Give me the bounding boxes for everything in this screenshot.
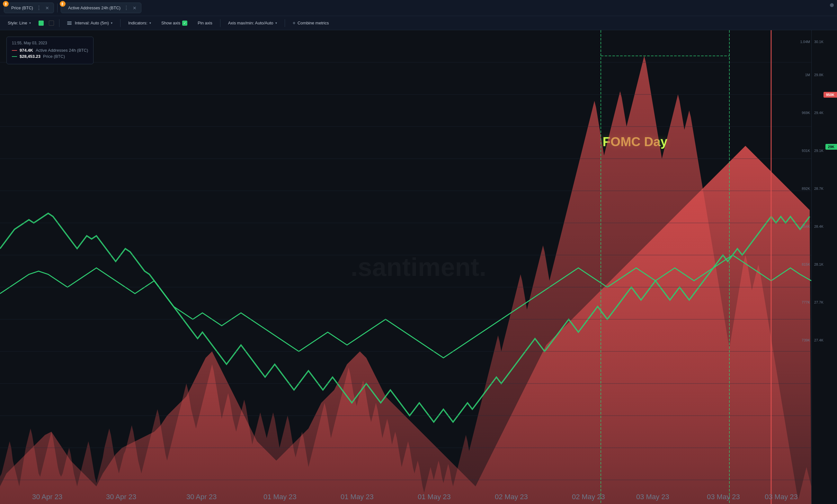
- tooltip-metric-2: Price (BTC): [43, 54, 65, 59]
- tooltip-val-1: 974.4K: [20, 48, 33, 53]
- pin-axis-label: Pin axis: [198, 21, 212, 25]
- svg-text:01 May 23: 01 May 23: [418, 493, 451, 501]
- y-label-28-7k: 28.7K: [812, 187, 823, 191]
- pin-axis-item[interactable]: Pin axis: [195, 19, 215, 27]
- y-label-29-8k: 29.8K: [812, 73, 823, 77]
- combine-metrics-label: Combine metrics: [298, 21, 329, 25]
- y-label-30k: 30.1K: [812, 40, 823, 44]
- interval-icon-bar3: [67, 24, 72, 25]
- interval-icon-bar1: [67, 21, 72, 22]
- svg-text:01 May 23: 01 May 23: [264, 493, 297, 501]
- tooltip-metric-1: Active Addresses 24h (BTC): [36, 48, 88, 53]
- style-chevron: ▾: [29, 21, 31, 25]
- tooltip: 11:55, May 03, 2023 974.4K Active Addres…: [6, 37, 93, 64]
- tooltip-date: 11:55, May 03, 2023: [12, 41, 88, 45]
- y-label-27-7k: 27.7K: [812, 300, 823, 304]
- tab-active-addresses-menu[interactable]: ⋮: [123, 5, 129, 11]
- y-label-29-1k: 29.1K: [812, 149, 823, 152]
- style-label: Style: Line: [8, 21, 27, 25]
- separator-4: [285, 19, 285, 27]
- price-marker-green: 29K: [825, 144, 837, 150]
- svg-text:30 Apr 23: 30 Apr 23: [32, 493, 62, 501]
- tooltip-row-1: 974.4K Active Addresses 24h (BTC): [12, 48, 88, 53]
- interval-selector[interactable]: Interval: Auto (5m) ▾: [65, 19, 115, 27]
- y-label-28-1k: 28.1K: [812, 263, 823, 266]
- tab-price-btc-menu[interactable]: ⋮: [36, 5, 42, 11]
- tab-active-addresses-label: Active Addresses 24h (BTC): [68, 5, 121, 10]
- combine-metrics-button[interactable]: + Combine metrics: [290, 19, 332, 27]
- y-label-29-4k: 29.4K: [812, 111, 823, 115]
- svg-text:03 May 23: 03 May 23: [765, 493, 798, 501]
- tooltip-row-2: $28,453.23 Price (BTC): [12, 54, 88, 59]
- indicators-chevron: ▾: [149, 21, 151, 25]
- tooltip-dash-red: [12, 50, 17, 51]
- axis-maxmin-label: Axis max/min: Auto/Auto: [228, 21, 273, 25]
- y-label-27-4k: 27.4K: [812, 338, 823, 342]
- style-selector[interactable]: Style: Line ▾: [5, 19, 33, 27]
- tooltip-dash-green: [12, 56, 17, 57]
- style-color-picker[interactable]: [49, 21, 54, 26]
- svg-text:01 May 23: 01 May 23: [341, 493, 374, 501]
- tab-price-btc-close[interactable]: ✕: [44, 5, 50, 11]
- svg-text:03 May 23: 03 May 23: [707, 493, 740, 501]
- separator-1: [59, 19, 59, 27]
- btc-icon-tab2: ₿: [60, 1, 66, 7]
- status-indicator: [830, 3, 834, 7]
- show-axis-checkbox[interactable]: ✓: [182, 21, 187, 26]
- interval-icon-bar2: [67, 23, 72, 23]
- separator-2: [120, 19, 121, 27]
- svg-text:02 May 23: 02 May 23: [495, 493, 528, 501]
- show-axis-item[interactable]: Show axis ✓: [159, 19, 190, 27]
- combine-metrics-plus: +: [293, 20, 296, 26]
- tab-active-addresses-close[interactable]: ✕: [132, 5, 137, 11]
- style-color[interactable]: [39, 21, 44, 26]
- address-marker-red: 950K: [823, 92, 837, 98]
- svg-text:03 May 23: 03 May 23: [636, 493, 669, 501]
- toolbar: Style: Line ▾ Interval: Auto (5m) ▾ Indi…: [0, 16, 837, 30]
- tab-divider: [57, 3, 57, 13]
- y-label-28-4k: 28.4K: [812, 224, 823, 228]
- indicators-label: Indicators:: [128, 21, 147, 25]
- indicators-selector[interactable]: Indicators: ▾: [126, 19, 154, 27]
- interval-chevron: ▾: [111, 21, 112, 25]
- btc-icon-tab1: ₿: [3, 1, 9, 7]
- chart-area: .santiment. FOMC Day: [0, 30, 837, 504]
- show-axis-label: Show axis: [161, 21, 180, 25]
- tab-price-btc-label: Price (BTC): [11, 5, 33, 10]
- tabs-bar: ₿ Price (BTC) ⋮ ✕ ₿ Active Addresses 24h…: [0, 0, 837, 16]
- tooltip-val-2: $28,453.23: [20, 54, 40, 59]
- svg-text:30 Apr 23: 30 Apr 23: [186, 493, 217, 501]
- axis-maxmin-selector[interactable]: Axis max/min: Auto/Auto ▾: [226, 19, 280, 27]
- interval-label: Interval: Auto (5m): [75, 21, 109, 25]
- y-axis-right: 30.1K 29.8K 29.4K 29.1K 28.7K 28.4K 28.1…: [811, 30, 837, 504]
- axis-maxmin-chevron: ▾: [275, 21, 277, 25]
- svg-text:02 May 23: 02 May 23: [572, 493, 605, 501]
- separator-3: [220, 19, 220, 27]
- tab-active-addresses[interactable]: ₿ Active Addresses 24h (BTC) ⋮ ✕: [61, 3, 141, 13]
- tab-price-btc[interactable]: ₿ Price (BTC) ⋮ ✕: [4, 3, 54, 13]
- chart-svg: 30 Apr 23 30 Apr 23 30 Apr 23 01 May 23 …: [0, 30, 811, 504]
- svg-text:30 Apr 23: 30 Apr 23: [106, 493, 136, 501]
